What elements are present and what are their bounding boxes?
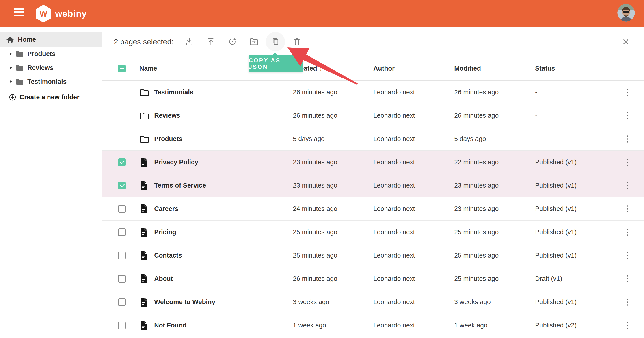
table-row[interactable]: Reviews 26 minutes ago Leonardo next 26 … [102, 104, 644, 127]
page-icon [140, 181, 149, 190]
avatar[interactable] [617, 4, 635, 22]
table-row[interactable]: Not Found 1 week ago Leonardo next 1 wee… [102, 314, 644, 337]
row-menu-button[interactable] [624, 273, 631, 284]
row-modified: 26 minutes ago [454, 112, 535, 119]
row-checkbox[interactable] [118, 322, 126, 329]
chevron-right-icon [10, 66, 12, 70]
row-status: Published (v1) [535, 158, 610, 166]
publish-button[interactable] [201, 32, 220, 51]
row-menu-button[interactable] [624, 156, 631, 168]
page-list-main: 2 pages selected: [102, 27, 644, 338]
chevron-right-icon [10, 52, 12, 56]
row-checkbox[interactable] [118, 158, 126, 166]
row-menu-button[interactable] [624, 110, 631, 121]
row-menu-button[interactable] [624, 296, 631, 308]
row-modified: 25 minutes ago [454, 228, 535, 236]
app-header: W webiny [0, 0, 644, 27]
row-name: About [154, 275, 173, 282]
app-name: webiny [55, 9, 87, 19]
row-checkbox[interactable] [118, 275, 126, 283]
page-icon [140, 297, 149, 307]
home-icon [6, 36, 14, 43]
row-menu-button[interactable] [624, 226, 631, 238]
webiny-logo: W webiny [36, 5, 87, 22]
row-name: Terms of Service [154, 182, 206, 189]
row-author: Leonardo next [373, 322, 454, 329]
column-header-status: Status [535, 65, 610, 72]
row-author: Leonardo next [373, 112, 454, 119]
row-checkbox[interactable] [118, 205, 126, 213]
row-menu-button[interactable] [624, 180, 631, 191]
row-menu-button[interactable] [624, 250, 631, 261]
publish-icon [206, 37, 216, 46]
row-modified: 23 minutes ago [454, 182, 535, 189]
row-created: 23 minutes ago [293, 182, 373, 189]
row-created: 25 minutes ago [293, 228, 373, 236]
folder-icon [16, 50, 24, 57]
copy-icon [270, 37, 280, 46]
row-name: Reviews [154, 112, 180, 119]
row-name: Careers [154, 205, 178, 212]
row-name: Products [154, 135, 182, 142]
row-author: Leonardo next [373, 135, 454, 142]
row-menu-button[interactable] [624, 203, 631, 214]
row-modified: 26 minutes ago [454, 88, 535, 96]
webiny-hexagon-icon: W [36, 5, 52, 22]
sidebar-folder-item[interactable]: Reviews [0, 61, 102, 75]
folder-icon [140, 111, 149, 120]
table-row[interactable]: Pricing 25 minutes ago Leonardo next 25 … [102, 220, 644, 244]
row-checkbox[interactable] [118, 298, 126, 306]
restore-button[interactable] [223, 32, 242, 51]
row-status: Published (v1) [535, 228, 610, 236]
row-menu-button[interactable] [624, 133, 631, 144]
row-checkbox[interactable] [118, 182, 126, 190]
table-row[interactable]: Welcome to Webiny 3 weeks ago Leonardo n… [102, 290, 644, 314]
close-selection-button[interactable] [620, 36, 631, 47]
row-menu-button[interactable] [624, 320, 631, 331]
sidebar-folder-item[interactable]: Products [0, 47, 102, 61]
column-header-created[interactable]: Created↓ [293, 65, 373, 72]
download-button[interactable] [180, 32, 199, 51]
row-status: Published (v1) [535, 205, 610, 212]
hamburger-menu-icon[interactable] [14, 8, 24, 18]
sidebar-item-home[interactable]: Home [0, 32, 102, 47]
table-row[interactable]: About 26 minutes ago Leonardo next 25 mi… [102, 267, 644, 290]
row-name: Pricing [154, 228, 176, 236]
row-status: - [535, 135, 610, 142]
row-modified: 1 week ago [454, 322, 535, 329]
row-name: Welcome to Webiny [154, 298, 215, 306]
delete-button[interactable] [287, 32, 306, 51]
selection-count-text: 2 pages selected: [114, 27, 174, 56]
table-row[interactable]: Contacts 25 minutes ago Leonardo next 25… [102, 244, 644, 267]
page-icon [140, 204, 149, 214]
page-icon [140, 157, 149, 167]
create-folder-button[interactable]: Create a new folder [0, 94, 102, 101]
row-menu-button[interactable] [624, 86, 631, 98]
table-row[interactable]: Careers 24 minutes ago Leonardo next 23 … [102, 197, 644, 220]
row-name: Privacy Policy [154, 158, 198, 166]
table-row[interactable]: Testimonials 26 minutes ago Leonardo nex… [102, 81, 644, 104]
restore-icon [228, 37, 237, 46]
table-row[interactable]: Privacy Policy 23 minutes ago Leonardo n… [102, 150, 644, 174]
row-created: 23 minutes ago [293, 158, 373, 166]
row-name: Not Found [154, 322, 187, 329]
row-checkbox[interactable] [118, 228, 126, 236]
download-icon [184, 37, 194, 46]
sidebar-folder-item[interactable]: Testimonials [0, 75, 102, 88]
row-checkbox[interactable] [118, 252, 126, 259]
webiny-page-list-screen: W webiny [0, 0, 644, 338]
folder-icon [140, 134, 149, 144]
copy-button[interactable] [266, 32, 285, 51]
table-row[interactable]: Terms of Service 23 minutes ago Leonardo… [102, 174, 644, 197]
row-author: Leonardo next [373, 298, 454, 306]
row-author: Leonardo next [373, 158, 454, 166]
move-button[interactable] [244, 32, 264, 51]
page-icon [140, 250, 149, 260]
select-all-checkbox[interactable] [118, 65, 126, 72]
column-header-author: Author [373, 65, 454, 72]
chevron-right-icon [10, 80, 12, 84]
folder-icon [16, 78, 24, 85]
table-row[interactable]: Products 5 days ago Leonardo next 5 days… [102, 127, 644, 150]
page-icon [140, 274, 149, 284]
row-created: 25 minutes ago [293, 252, 373, 259]
